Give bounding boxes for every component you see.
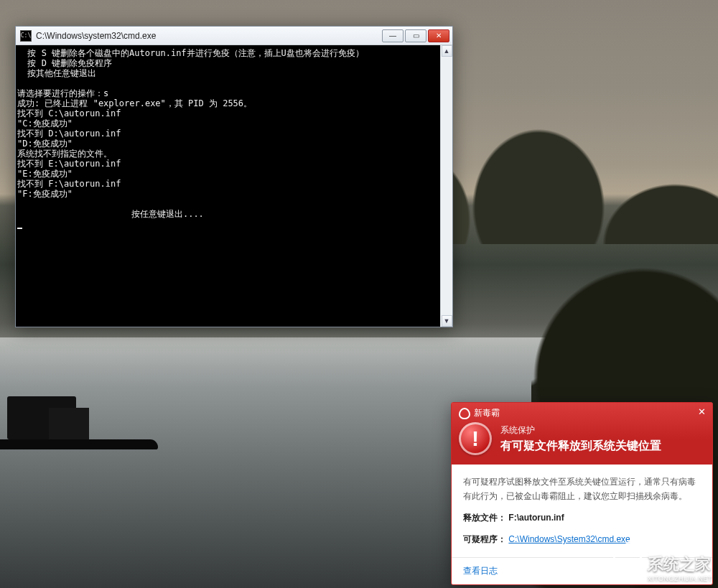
maximize-button[interactable]: ▭ bbox=[405, 29, 426, 42]
av-file-label: 释放文件： bbox=[463, 513, 506, 523]
cmd-window: C:\ C:\Windows\system32\cmd.exe — ▭ ✕ 按 … bbox=[15, 26, 453, 327]
scroll-up-icon[interactable]: ▲ bbox=[442, 45, 452, 57]
background-boat bbox=[0, 379, 158, 458]
minimize-button[interactable]: — bbox=[382, 29, 404, 42]
av-header: 新毒霸 ✕ ! 系统保护 有可疑文件释放到系统关键位置 bbox=[452, 403, 712, 465]
house-icon bbox=[613, 554, 642, 582]
alert-icon: ! bbox=[459, 422, 492, 455]
scroll-down-icon[interactable]: ▼ bbox=[442, 315, 452, 327]
av-title: 有可疑文件释放到系统关键位置 bbox=[500, 439, 661, 454]
av-description: 有可疑程序试图释放文件至系统关键位置运行，通常只有病毒有此行为，已被金山毒霸阻止… bbox=[463, 475, 701, 503]
av-body: 有可疑程序试图释放文件至系统关键位置运行，通常只有病毒有此行为，已被金山毒霸阻止… bbox=[452, 465, 712, 557]
cmd-output: 按 S 键删除各个磁盘中的Autorun.inf并进行免疫（注意，插上U盘也将会… bbox=[16, 45, 452, 327]
cmd-scrollbar[interactable]: ▲ ▼ bbox=[440, 45, 452, 327]
av-proc-label: 可疑程序： bbox=[463, 534, 506, 544]
cmd-icon: C:\ bbox=[20, 30, 32, 42]
watermark-text: 系统之家 bbox=[648, 555, 711, 573]
watermark-sub: XITONGZHIJIA.NET bbox=[648, 575, 712, 582]
av-close-button[interactable]: ✕ bbox=[695, 406, 708, 417]
av-brand-label: 新毒霸 bbox=[474, 407, 500, 419]
shield-icon bbox=[459, 408, 470, 419]
av-subtitle: 系统保护 bbox=[500, 424, 661, 437]
av-brand: 新毒霸 bbox=[459, 407, 500, 419]
watermark: 系统之家 XITONGZHIJIA.NET bbox=[613, 554, 712, 582]
close-button[interactable]: ✕ bbox=[428, 29, 449, 42]
cmd-titlebar[interactable]: C:\ C:\Windows\system32\cmd.exe — ▭ ✕ bbox=[16, 27, 452, 45]
av-file-value: F:\autorun.inf bbox=[508, 513, 564, 523]
cmd-title: C:\Windows\system32\cmd.exe bbox=[36, 31, 381, 41]
av-view-log-link[interactable]: 查看日志 bbox=[463, 565, 498, 577]
